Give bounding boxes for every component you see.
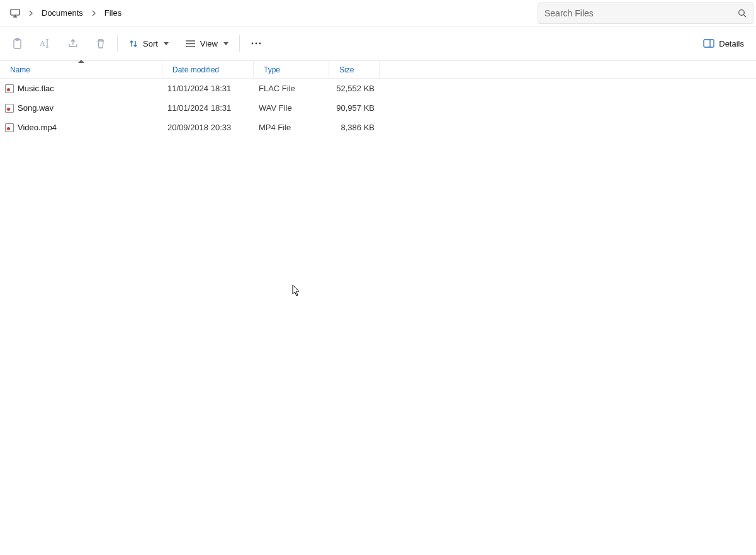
chevron-right-icon[interactable] <box>90 10 98 16</box>
media-file-icon <box>5 84 14 93</box>
file-name-cell: Video.mp4 <box>0 123 162 132</box>
file-name-label: Video.mp4 <box>18 123 57 132</box>
file-name-label: Song.wav <box>18 103 54 113</box>
file-size-cell: 8,386 KB <box>329 123 380 132</box>
file-date-cell: 11/01/2024 18:31 <box>162 103 254 113</box>
svg-rect-17 <box>704 40 714 47</box>
chevron-down-icon <box>164 42 169 45</box>
chevron-right-icon[interactable] <box>27 10 35 16</box>
column-header-date[interactable]: Date modified <box>162 61 254 78</box>
file-date-cell: 11/01/2024 18:31 <box>162 84 254 93</box>
details-pane-button[interactable]: Details <box>695 31 752 55</box>
file-row[interactable]: Video.mp420/09/2018 20:33MP4 File8,386 K… <box>0 118 756 137</box>
file-size-cell: 52,552 KB <box>329 84 380 93</box>
address-row: Documents Files <box>0 0 756 26</box>
file-name-cell: Song.wav <box>0 103 162 113</box>
column-header-type[interactable]: Type <box>254 61 329 78</box>
view-button[interactable]: View <box>177 31 237 55</box>
file-size-cell: 90,957 KB <box>329 103 380 113</box>
file-list: Music.flac11/01/2024 18:31FLAC File52,55… <box>0 79 756 137</box>
toolbar-separator <box>117 35 118 52</box>
column-header-size[interactable]: Size <box>329 61 380 78</box>
search-icon[interactable] <box>738 9 747 18</box>
details-label: Details <box>719 39 744 48</box>
file-type-cell: MP4 File <box>254 123 329 132</box>
more-button[interactable] <box>242 31 270 55</box>
column-header-date-label: Date modified <box>172 65 219 74</box>
sort-ascending-icon <box>78 60 84 63</box>
file-date-cell: 20/09/2018 20:33 <box>162 123 254 132</box>
column-header-name-label: Name <box>10 65 30 74</box>
paste-button[interactable] <box>4 31 31 55</box>
mouse-cursor <box>292 284 301 297</box>
column-header-name[interactable]: Name <box>0 61 162 78</box>
breadcrumb-segment-documents[interactable]: Documents <box>38 6 87 20</box>
file-name-cell: Music.flac <box>0 84 162 93</box>
svg-rect-0 <box>11 9 20 15</box>
svg-point-16 <box>259 43 261 45</box>
view-icon <box>185 40 196 48</box>
search-input[interactable] <box>544 8 738 18</box>
svg-line-4 <box>743 14 746 17</box>
delete-button[interactable] <box>87 31 115 55</box>
sort-icon <box>128 39 138 48</box>
svg-rect-5 <box>14 40 21 48</box>
details-pane-icon <box>703 39 714 48</box>
breadcrumb[interactable]: Documents Files <box>0 0 533 26</box>
pc-root-icon[interactable] <box>6 6 24 20</box>
view-label: View <box>200 39 218 48</box>
svg-point-3 <box>739 9 745 15</box>
svg-point-15 <box>255 43 257 45</box>
toolbar: A Sort View Details <box>0 26 756 61</box>
column-header-row: Name Date modified Type Size <box>0 61 756 79</box>
search-box[interactable] <box>538 3 753 24</box>
file-name-label: Music.flac <box>18 84 54 93</box>
share-button[interactable] <box>59 31 87 55</box>
file-row[interactable]: Song.wav11/01/2024 18:31WAV File90,957 K… <box>0 98 756 118</box>
column-header-type-label: Type <box>264 65 280 74</box>
sort-button[interactable]: Sort <box>120 31 177 55</box>
sort-label: Sort <box>143 39 158 48</box>
file-type-cell: FLAC File <box>254 84 329 93</box>
svg-point-14 <box>251 43 253 45</box>
media-file-icon <box>5 104 14 113</box>
file-row[interactable]: Music.flac11/01/2024 18:31FLAC File52,55… <box>0 79 756 98</box>
column-header-size-label: Size <box>339 65 354 74</box>
media-file-icon <box>5 123 14 132</box>
toolbar-separator <box>239 35 240 52</box>
file-type-cell: WAV File <box>254 103 329 113</box>
chevron-down-icon <box>223 42 228 45</box>
svg-text:A: A <box>40 39 45 48</box>
rename-button[interactable]: A <box>31 31 59 55</box>
breadcrumb-segment-files[interactable]: Files <box>101 6 125 20</box>
